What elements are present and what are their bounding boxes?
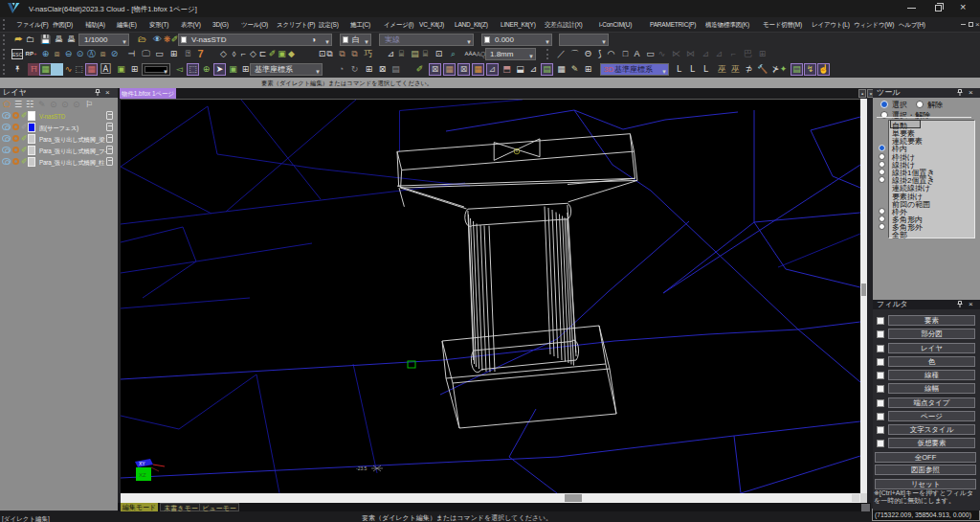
svg-text:XZ: XZ bbox=[139, 472, 146, 478]
svg-text:-23.5: -23.5 bbox=[356, 465, 368, 471]
svg-text:XY: XY bbox=[139, 461, 145, 466]
